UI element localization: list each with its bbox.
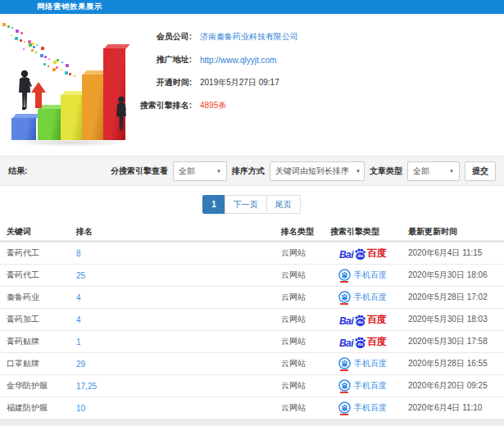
rank-type-cell: 云网站 <box>275 336 324 347</box>
updated-time-cell: 2020年5月28日 17:02 <box>402 292 504 303</box>
info-value[interactable]: http://www.qlyyjt.com <box>200 56 276 65</box>
engine-type-cell: 手机百度 <box>324 291 402 305</box>
baidu-logo-text-cn: 百度 <box>367 335 386 349</box>
rank-type-cell: 云网站 <box>275 270 324 281</box>
rank-link[interactable]: 10 <box>70 404 275 413</box>
filters-group: 分搜索引擎查看 全部 ▼ 排序方式 关键词由短到长排序 ▼ 文章类型 全部 ▼ … <box>111 161 496 181</box>
summary-section: 会员公司: 济南秦鲁药业科技有限公司 推广地址: http://www.qlyy… <box>0 14 504 156</box>
table-row: 膏药加工 4 云网站 Bai du 百度 2020年5月30日 18:03 <box>0 309 504 331</box>
results-label: 结果: <box>8 165 27 177</box>
baidu-mobile-underline <box>340 369 348 371</box>
engine-type-cell: 手机百度 <box>324 357 402 371</box>
title-bar: 网络营销效果展示 <box>0 0 504 14</box>
engine-type-cell: Bai du 百度 <box>324 335 402 349</box>
rank-link[interactable]: 25 <box>70 271 275 280</box>
table-row: 金华防护服 17,25 云网站 手机百度 2020年6月20日 09:25 <box>0 375 504 397</box>
rank-type-cell: 云网站 <box>275 247 324 259</box>
chevron-down-icon: ▼ <box>443 169 454 174</box>
baidu-mobile-paw-icon <box>338 291 351 305</box>
keyword-ranking-table: 关键词 排名 排名类型 搜索引擎类型 最新更新时间 膏药代工 8 云网站 Bai… <box>0 223 504 426</box>
keyword-cell: 福建防护服 <box>0 402 70 414</box>
baidu-mobile-paw-icon <box>338 357 351 371</box>
growth-chart-illustration <box>2 24 141 148</box>
rank-type-cell: 云网站 <box>275 402 324 414</box>
baidu-mobile-logo: 手机百度 <box>338 269 387 283</box>
engine-filter-value: 全部 <box>179 165 195 177</box>
col-header-updated: 最新更新时间 <box>402 226 504 238</box>
baidu-logo-text-bai: Bai <box>339 315 353 327</box>
keyword-cell: 膏药代工 <box>0 247 70 259</box>
baidu-mobile-underline <box>340 281 348 283</box>
rank-link[interactable]: 1 <box>70 338 275 347</box>
col-header-engine-type: 搜索引擎类型 <box>324 226 402 238</box>
baidu-pc-logo: Bai du 百度 <box>339 335 386 349</box>
rank-link[interactable]: 4 <box>70 315 275 324</box>
info-label: 开通时间: <box>125 77 192 88</box>
submit-button[interactable]: 提交 <box>465 161 496 181</box>
keyword-cell: 膏药贴牌 <box>0 336 70 347</box>
updated-time-cell: 2020年6月20日 09:25 <box>402 380 504 392</box>
engine-filter-label: 分搜索引擎查看 <box>111 165 168 177</box>
rank-type-cell: 云网站 <box>275 358 324 369</box>
baidu-paw-icon: du <box>354 337 366 349</box>
updated-time-cell: 2020年5月30日 18:03 <box>402 314 504 325</box>
baidu-logo-text-bai: Bai <box>339 249 353 261</box>
engine-type-cell: Bai du 百度 <box>324 313 402 327</box>
table-row: 秦鲁药业 4 云网站 手机百度 2020年5月28日 17:02 <box>0 287 504 309</box>
updated-time-cell: 2020年6月4日 11:15 <box>402 247 504 259</box>
last-page-button[interactable]: 尾页 <box>266 195 301 214</box>
baidu-mobile-logo: 手机百度 <box>338 291 387 305</box>
table-row: 福建防护服 10 云网站 手机百度 2020年6月4日 11:10 <box>0 397 504 419</box>
next-page-button[interactable]: 下一页 <box>225 195 267 214</box>
engine-type-cell: 手机百度 <box>324 269 402 283</box>
svg-text:du: du <box>357 320 363 324</box>
rank-link[interactable]: 4 <box>70 293 275 302</box>
info-label: 会员公司: <box>125 31 192 43</box>
col-header-keyword: 关键词 <box>0 226 70 238</box>
pagination: 1 下一页 尾页 <box>0 186 504 223</box>
baidu-mobile-paw-icon <box>338 379 351 393</box>
rank-link[interactable]: 29 <box>70 360 275 369</box>
member-info: 会员公司: 济南秦鲁药业科技有限公司 推广地址: http://www.qlyy… <box>125 25 502 117</box>
sort-filter-select[interactable]: 关键词由短到长排序 ▼ <box>270 161 365 181</box>
rank-type-cell: 云网站 <box>275 292 324 303</box>
bar-green <box>38 109 61 140</box>
baidu-logo-text-cn: 百度 <box>367 247 386 261</box>
keyword-cell: 口罩贴牌 <box>0 358 70 369</box>
rank-link[interactable]: 17,25 <box>70 382 275 391</box>
sort-filter-value: 关键词由短到长排序 <box>275 165 349 177</box>
baidu-mobile-underline <box>340 303 348 305</box>
baidu-pc-logo: Bai du 百度 <box>339 247 386 261</box>
info-label: 推广地址: <box>125 54 192 66</box>
info-value[interactable]: 济南秦鲁药业科技有限公司 <box>200 31 298 43</box>
bar-blue <box>11 118 36 140</box>
baidu-pc-logo: Bai du 百度 <box>339 313 386 327</box>
baidu-mobile-logo: 手机百度 <box>338 357 387 371</box>
chevron-down-icon: ▼ <box>210 169 221 174</box>
page-button-current[interactable]: 1 <box>202 195 225 214</box>
results-filter-bar: 结果: 分搜索引擎查看 全部 ▼ 排序方式 关键词由短到长排序 ▼ 文章类型 全… <box>0 156 504 186</box>
growth-arrow-icon <box>31 82 46 110</box>
updated-time-cell: 2020年5月30日 18:06 <box>402 270 504 281</box>
baidu-mobile-underline <box>340 392 348 393</box>
table-row: 膏药贴牌 1 云网站 Bai du 百度 2020年5月30日 17:58 <box>0 331 504 353</box>
baidu-logo-text-bai: Bai <box>339 338 353 349</box>
updated-time-cell: 2020年5月30日 17:58 <box>402 336 504 347</box>
baidu-mobile-label: 手机百度 <box>354 270 387 281</box>
engine-filter-select[interactable]: 全部 ▼ <box>173 161 227 181</box>
table-row: 膏药代工 25 云网站 手机百度 2020年5月30日 18:06 <box>0 265 504 287</box>
article-type-filter-select[interactable]: 全部 ▼ <box>407 161 460 181</box>
updated-time-cell: 2020年5月28日 16:55 <box>402 358 504 369</box>
engine-type-cell: 手机百度 <box>324 401 402 415</box>
baidu-mobile-logo: 手机百度 <box>338 401 387 415</box>
article-type-filter-label: 文章类型 <box>370 165 402 177</box>
sort-filter-label: 排序方式 <box>232 165 265 177</box>
baidu-mobile-label: 手机百度 <box>354 402 387 414</box>
info-row: 推广地址: http://www.qlyyjt.com <box>125 48 502 71</box>
col-header-rank-type: 排名类型 <box>275 226 324 238</box>
rank-link[interactable]: 8 <box>70 249 275 258</box>
page-title: 网络营销效果展示 <box>0 2 102 12</box>
keyword-cell: 秦鲁药业 <box>0 292 70 303</box>
svg-text:du: du <box>357 342 363 347</box>
info-row: 搜索引擎排名: 4895条 <box>125 94 502 117</box>
